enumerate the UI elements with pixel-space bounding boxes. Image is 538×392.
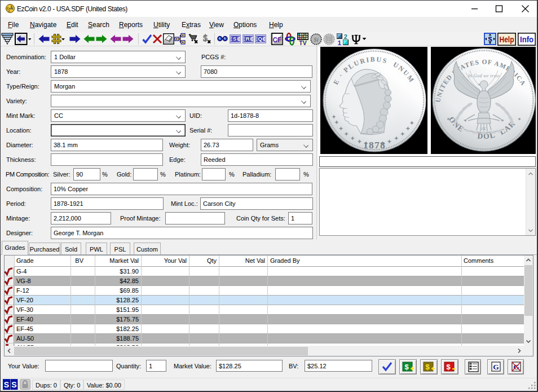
svg-text:G: G: [493, 363, 499, 371]
svg-text:S: S: [11, 380, 16, 389]
svg-text:S: S: [233, 36, 236, 42]
svg-text:1: 1: [338, 39, 341, 46]
svg-text:$: $: [425, 363, 430, 371]
svg-text:$: $: [404, 363, 409, 371]
svg-text:Info: Info: [520, 35, 533, 44]
svg-text:$: $: [488, 35, 492, 43]
svg-text:Q: Q: [258, 36, 262, 42]
svg-text:R: R: [246, 36, 250, 42]
svg-text:CC: CC: [482, 126, 487, 130]
svg-text:$: $: [203, 33, 208, 43]
svg-text:Help: Help: [500, 35, 514, 44]
svg-text:S: S: [4, 380, 9, 389]
svg-text:$: $: [446, 363, 451, 371]
svg-text:2: 2: [344, 33, 347, 40]
svg-text:CF: CF: [273, 36, 282, 44]
svg-text:Z: Z: [8, 10, 10, 12]
svg-text:$i: $i: [313, 36, 319, 43]
svg-text:1878: 1878: [363, 139, 386, 151]
svg-text:TV: TV: [299, 39, 306, 46]
